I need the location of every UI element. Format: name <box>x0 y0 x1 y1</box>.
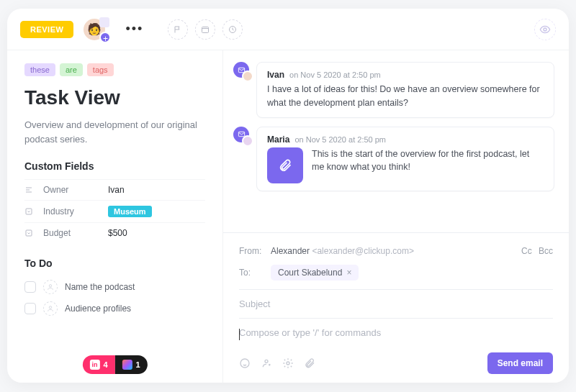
invision-count: 4 <box>103 360 107 369</box>
assignee-avatar[interactable]: 🧑 + <box>84 19 105 40</box>
comments-list: Ivan on Nov 5 2020 at 2:50 pm I have a l… <box>223 50 569 232</box>
attach-icon[interactable] <box>304 357 315 369</box>
budget-value[interactable]: $500 <box>108 228 127 238</box>
svg-point-10 <box>265 360 268 363</box>
clock-icon[interactable] <box>222 19 243 40</box>
cc-button[interactable]: Cc <box>521 246 532 256</box>
task-view-window: REVIEW 🧑 + ••• these a <box>7 9 569 383</box>
field-budget: Budget $500 <box>24 222 205 243</box>
add-assignee-icon[interactable]: + <box>99 32 111 43</box>
owner-icon <box>24 186 36 194</box>
comment-0: Ivan on Nov 5 2020 at 2:50 pm I have a l… <box>233 62 554 118</box>
mention-icon[interactable] <box>261 357 272 369</box>
avatar-mini <box>242 135 253 147</box>
owner-label: Owner <box>43 185 108 195</box>
figma-icon <box>122 360 132 370</box>
todo-heading: To Do <box>24 257 205 269</box>
svg-rect-3 <box>26 209 32 214</box>
task-title[interactable]: Task View <box>24 86 205 109</box>
invision-badge[interactable]: in 4 <box>82 355 114 374</box>
figma-count: 1 <box>136 360 140 369</box>
from-label: From: <box>239 246 271 256</box>
text-cursor <box>239 329 240 340</box>
comment-timestamp: on Nov 5 2020 at 2:50 pm <box>294 135 386 144</box>
from-row: From: Alexander <alexander@clickup.com> … <box>239 242 553 260</box>
industry-label: Industry <box>43 206 108 216</box>
body: these are tags Task View Overview and de… <box>7 50 569 383</box>
left-panel: these are tags Task View Overview and de… <box>7 50 223 383</box>
dropdown-icon <box>24 229 36 237</box>
speech-icon <box>99 17 109 27</box>
avatar-mini <box>242 70 253 82</box>
svg-rect-0 <box>202 27 209 32</box>
todo-item-1[interactable]: Audience profiles <box>24 298 205 319</box>
calendar-icon[interactable] <box>195 19 215 40</box>
tag-are[interactable]: are <box>60 63 83 76</box>
right-panel: Ivan on Nov 5 2020 at 2:50 pm I have a l… <box>223 50 569 383</box>
to-label: To: <box>239 268 271 278</box>
svg-point-2 <box>544 28 546 31</box>
divider <box>239 318 553 319</box>
svg-point-9 <box>240 359 249 368</box>
more-menu-button[interactable]: ••• <box>125 22 143 37</box>
field-owner: Owner Ivan <box>24 179 205 200</box>
to-recipient-chip[interactable]: Court Skabelund × <box>271 265 359 281</box>
comment-timestamp: on Nov 5 2020 at 2:50 pm <box>289 70 381 79</box>
watch-icon[interactable] <box>534 19 556 40</box>
email-icon <box>233 62 249 78</box>
comment-text: This is the start of the overview for th… <box>312 147 544 183</box>
field-industry: Industry Museum <box>24 200 205 222</box>
checkbox[interactable] <box>24 303 36 314</box>
svg-point-5 <box>49 285 51 287</box>
assignee-placeholder-icon[interactable] <box>43 280 58 294</box>
todo-item-0[interactable]: Name the podcast <box>24 276 205 298</box>
comment-text: I have a lot of ideas for this! Do we ha… <box>267 83 544 110</box>
integration-badges: in 4 1 <box>82 355 147 374</box>
svg-point-11 <box>287 362 289 365</box>
tag-tags[interactable]: tags <box>87 63 114 76</box>
comment-card[interactable]: Maria on Nov 5 2020 at 2:50 pm This is t… <box>256 127 554 191</box>
todo-label: Name the podcast <box>65 282 135 292</box>
svg-rect-4 <box>26 230 32 236</box>
email-composer: From: Alexander <alexander@clickup.com> … <box>223 232 569 383</box>
topbar: REVIEW 🧑 + ••• <box>7 9 569 50</box>
figma-badge[interactable]: 1 <box>115 355 148 374</box>
email-icon <box>233 127 249 142</box>
comment-1: Maria on Nov 5 2020 at 2:50 pm This is t… <box>233 127 554 191</box>
body-input[interactable] <box>239 323 553 342</box>
assignee-placeholder-icon[interactable] <box>43 301 58 316</box>
industry-value[interactable]: Museum <box>108 206 152 217</box>
remove-chip-icon[interactable]: × <box>346 268 351 278</box>
from-value[interactable]: Alexander <alexander@clickup.com> <box>271 246 414 256</box>
top-meta-icons <box>168 19 243 40</box>
owner-value[interactable]: Ivan <box>108 185 125 195</box>
tag-these[interactable]: these <box>24 63 55 76</box>
attachment-icon[interactable] <box>267 147 303 183</box>
composer-toolbar: Send email <box>239 342 553 374</box>
to-row: To: Court Skabelund × <box>239 260 553 285</box>
invision-icon: in <box>89 360 99 370</box>
status-review-button[interactable]: REVIEW <box>20 21 73 38</box>
comment-card[interactable]: Ivan on Nov 5 2020 at 2:50 pm I have a l… <box>256 62 554 118</box>
send-email-button[interactable]: Send email <box>487 352 553 374</box>
comment-author: Ivan <box>267 70 284 80</box>
svg-point-6 <box>49 306 51 309</box>
tag-list: these are tags <box>24 63 205 76</box>
divider <box>239 289 553 290</box>
custom-fields-heading: Custom Fields <box>24 160 205 172</box>
gear-icon[interactable] <box>282 357 294 369</box>
subject-input[interactable] <box>239 294 553 314</box>
emoji-icon[interactable] <box>239 357 251 369</box>
dropdown-icon <box>24 207 36 216</box>
todo-label: Audience profiles <box>65 304 131 314</box>
flag-icon[interactable] <box>168 19 188 40</box>
task-description[interactable]: Overview and development of our original… <box>24 118 205 146</box>
comment-author: Maria <box>267 135 289 145</box>
checkbox[interactable] <box>24 281 36 293</box>
bcc-button[interactable]: Bcc <box>539 246 553 256</box>
budget-label: Budget <box>43 228 108 238</box>
